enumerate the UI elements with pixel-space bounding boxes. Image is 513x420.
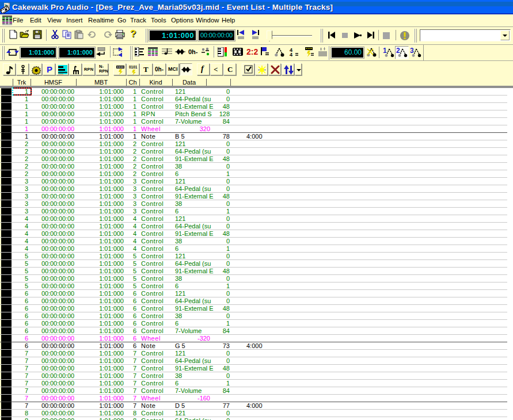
- svg-text:2: 2: [396, 47, 400, 55]
- svg-text:3: 3: [410, 47, 414, 55]
- svg-text:0101: 0101: [129, 65, 138, 69]
- svg-text:4: 4: [290, 52, 292, 57]
- svg-text:1: 1: [383, 47, 387, 55]
